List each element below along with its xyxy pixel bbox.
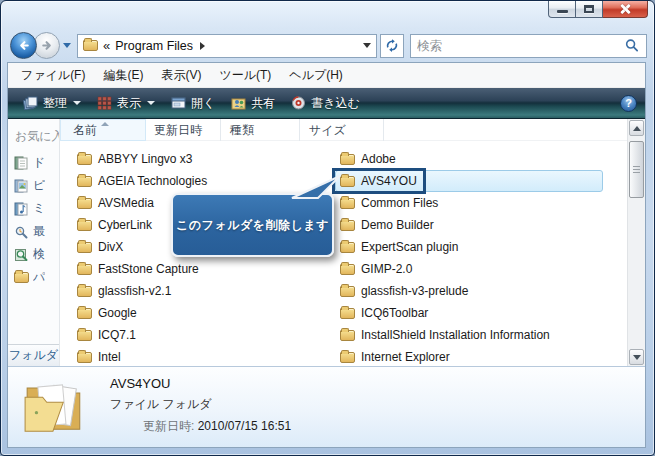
sidebar-item-label: ピ	[33, 177, 45, 194]
column-header-size[interactable]: サイズ	[300, 119, 384, 141]
folder-icon	[77, 308, 92, 319]
history-dropdown-icon[interactable]	[63, 43, 71, 48]
views-button[interactable]: 表示	[90, 91, 162, 116]
search-input[interactable]	[417, 39, 624, 53]
organize-dropdown-icon	[73, 101, 81, 105]
column-header-type[interactable]: 種類	[221, 119, 300, 141]
sidebar-item-recent-changes[interactable]: 最	[8, 220, 59, 243]
folder-icon	[77, 286, 92, 297]
sidebar-item-label: パ	[33, 269, 45, 286]
favorites-sidebar: お気に入 ド	[8, 119, 60, 366]
folder-icon	[77, 154, 92, 165]
views-label: 表示	[117, 95, 141, 112]
help-button[interactable]: ?	[620, 95, 637, 112]
sidebar-item-public[interactable]: パ	[8, 266, 59, 289]
list-item[interactable]: Internet Explorer	[335, 346, 603, 366]
burn-button[interactable]: 書き込む	[284, 91, 367, 116]
minimize-icon	[557, 10, 568, 13]
breadcrumb[interactable]: « Program Files	[77, 34, 377, 58]
scrollbar-grip	[633, 166, 640, 174]
sidebar-item-label: 最	[33, 223, 45, 240]
list-item[interactable]: ABBYY Lingvo x3	[72, 148, 325, 170]
list-item[interactable]: Demo Builder	[335, 214, 603, 236]
list-item[interactable]: ExpertScan plugin	[335, 236, 603, 258]
menu-help[interactable]: ヘルプ(H)	[280, 63, 352, 88]
menu-bar: ファイル(F) 編集(E) 表示(V) ツール(T) ヘルプ(H)	[8, 63, 645, 88]
help-icon: ?	[625, 97, 632, 109]
list-item[interactable]: Google	[72, 302, 325, 324]
file-column-right: Adobe AVS4YOU Common Files Demo Builder …	[335, 148, 603, 366]
breadcrumb-dropdown-icon[interactable]	[363, 43, 371, 48]
sidebar-item-pictures[interactable]: ピ	[8, 174, 59, 197]
list-item-avs4you[interactable]: AVS4YOU	[335, 170, 603, 192]
list-item[interactable]: GIMP-2.0	[335, 258, 603, 280]
folder-icon	[77, 220, 92, 231]
pictures-icon	[14, 179, 29, 193]
list-item[interactable]: glassfish-v3-prelude	[335, 280, 603, 302]
column-header-name[interactable]: 名前	[60, 119, 146, 141]
explorer-window: « Program Files ファイル(F) 編集(E)	[0, 0, 655, 456]
sidebar-item-label: 検	[33, 246, 45, 263]
breadcrumb-collapse[interactable]: «	[103, 38, 110, 53]
refresh-button[interactable]	[380, 34, 404, 58]
search-box[interactable]	[410, 34, 647, 58]
scrollbar-thumb[interactable]	[629, 141, 644, 198]
folder-icon	[340, 330, 355, 341]
folder-icon	[340, 176, 355, 187]
menu-tools[interactable]: ツール(T)	[210, 63, 280, 88]
forward-button[interactable]	[33, 32, 60, 59]
open-button[interactable]: 開く	[164, 91, 222, 116]
sidebar-item-label: ミ	[33, 200, 45, 217]
folder-icon	[340, 154, 355, 165]
list-item[interactable]: ICQ6Toolbar	[335, 302, 603, 324]
details-modified: 更新日時: 2010/07/15 16:51	[143, 418, 291, 435]
close-button[interactable]	[603, 1, 648, 18]
list-item[interactable]: FastStone Capture	[72, 258, 325, 280]
favorites-header: お気に入	[8, 119, 59, 151]
column-header-modified[interactable]: 更新日時	[146, 119, 221, 141]
list-item[interactable]: glassfish-v2.1	[72, 280, 325, 302]
sidebar-item-music[interactable]: ミ	[8, 197, 59, 220]
minimize-button[interactable]	[548, 1, 576, 18]
details-modified-value: 2010/07/15 16:51	[198, 419, 291, 433]
list-item[interactable]: Common Files	[335, 192, 603, 214]
list-item[interactable]: ICQ7.1	[72, 324, 325, 346]
search-icon[interactable]	[624, 38, 640, 53]
music-icon	[14, 202, 29, 216]
open-label: 開く	[191, 95, 215, 112]
share-icon	[231, 96, 246, 110]
folder-icon	[340, 264, 355, 275]
views-icon	[97, 96, 112, 110]
forward-arrow-icon	[39, 38, 55, 53]
folder-icon	[77, 330, 92, 341]
list-item[interactable]: Intel	[72, 346, 325, 366]
share-button[interactable]: 共有	[224, 91, 282, 116]
documents-icon	[14, 156, 29, 170]
list-item[interactable]: Adobe	[335, 148, 603, 170]
details-text: AVS4YOU ファイル フォルダ 更新日時: 2010/07/15 16:51	[110, 374, 291, 441]
callout-delete-folder: このフォルダを削除します	[171, 193, 334, 257]
sidebar-item-searches[interactable]: 検	[8, 243, 59, 266]
list-item[interactable]: InstallShield Installation Information	[335, 324, 603, 346]
back-arrow-icon	[16, 38, 32, 53]
folder-icon	[83, 40, 98, 51]
callout-text: このフォルダを削除します	[176, 217, 329, 234]
scroll-down-button[interactable]	[629, 349, 644, 365]
folders-band[interactable]: フォルダ	[8, 344, 59, 366]
menu-file[interactable]: ファイル(F)	[12, 63, 94, 88]
sidebar-item-documents[interactable]: ド	[8, 151, 59, 174]
menu-view[interactable]: 表示(V)	[152, 63, 210, 88]
breadcrumb-chevron-icon[interactable]	[200, 42, 205, 50]
vertical-scrollbar[interactable]	[627, 119, 645, 366]
folder-icon	[340, 308, 355, 319]
organize-button[interactable]: 整理	[16, 91, 88, 116]
back-button[interactable]	[10, 32, 37, 59]
details-item-name: AVS4YOU	[110, 376, 291, 391]
scroll-down-icon	[633, 355, 641, 360]
folder-icon	[340, 198, 355, 209]
breadcrumb-segment[interactable]: Program Files	[115, 39, 193, 53]
refresh-icon	[384, 38, 400, 53]
scroll-up-button[interactable]	[629, 120, 644, 136]
maximize-button[interactable]	[576, 1, 603, 18]
menu-edit[interactable]: 編集(E)	[94, 63, 152, 88]
